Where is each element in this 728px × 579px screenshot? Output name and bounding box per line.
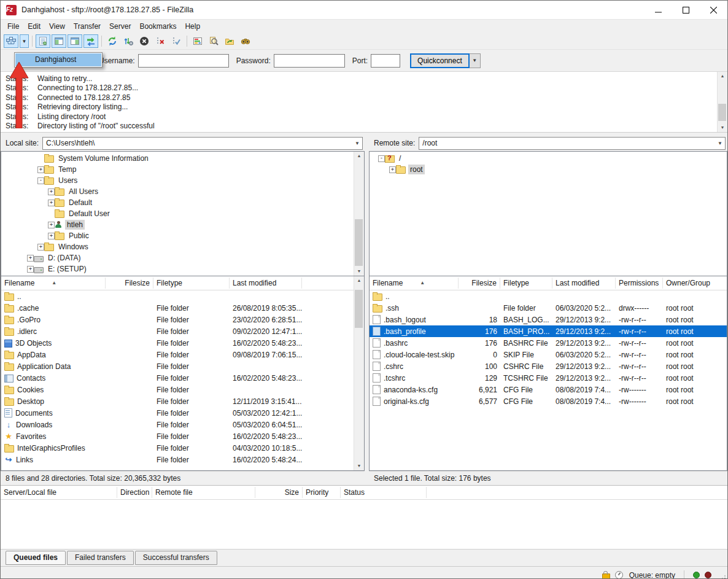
tree-item[interactable]: +Windows <box>1 241 364 252</box>
tree-item[interactable]: +D: (DATA) <box>1 252 364 263</box>
site-manager-button[interactable] <box>4 34 18 48</box>
menu-item-help[interactable]: Help <box>180 21 204 32</box>
tree-item[interactable]: +E: (SETUP) <box>1 263 364 274</box>
cancel-button[interactable] <box>137 34 152 48</box>
quickconnect-button[interactable]: Quickconnect <box>410 53 470 68</box>
log-scrollbar[interactable]: ▲ ▼ <box>717 72 727 132</box>
queue-column-size[interactable]: Size <box>255 487 303 498</box>
scrollbar-thumb[interactable] <box>355 219 363 266</box>
scroll-up-icon[interactable]: ▲ <box>354 276 364 285</box>
filter-button[interactable] <box>190 34 205 48</box>
resize-grip[interactable] <box>719 575 726 579</box>
menu-item-edit[interactable]: Edit <box>23 21 45 32</box>
expand-plus-icon[interactable]: + <box>37 244 44 251</box>
expand-plus-icon[interactable]: + <box>37 166 44 173</box>
local-path-combobox[interactable]: C:\Users\htleh\ ▼ <box>42 137 363 150</box>
column-header-filetype[interactable]: Filetype <box>500 278 552 289</box>
column-header-filename[interactable]: Filename▲ <box>370 278 459 289</box>
chevron-down-icon[interactable]: ▼ <box>355 141 362 146</box>
scroll-down-icon[interactable]: ▼ <box>354 462 364 470</box>
remote-path-combobox[interactable]: /root ▼ <box>419 137 726 150</box>
scroll-down-icon[interactable]: ▼ <box>354 267 364 276</box>
scroll-up-icon[interactable]: ▲ <box>718 72 727 80</box>
expand-plus-icon[interactable]: + <box>48 200 55 206</box>
expand-plus-icon[interactable]: + <box>389 166 396 173</box>
file-row[interactable]: anaconda-ks.cfg6,921CFG File08/08/2019 7… <box>370 384 727 395</box>
expand-plus-icon[interactable]: + <box>48 188 55 195</box>
file-row[interactable]: ★FavoritesFile folder16/02/2020 5:48:23.… <box>1 430 364 442</box>
queue-column-status[interactable]: Status <box>341 487 427 498</box>
column-header-permissions[interactable]: Permissions <box>616 278 663 289</box>
menu-item-transfer[interactable]: Transfer <box>69 21 105 32</box>
tree-item[interactable]: +All Users <box>1 186 364 197</box>
scroll-up-icon[interactable]: ▲ <box>354 152 364 160</box>
close-button[interactable] <box>700 1 727 19</box>
column-header-filetype[interactable]: Filetype <box>153 278 230 289</box>
tree-item[interactable]: +root <box>370 164 727 175</box>
queue-column-remote-file[interactable]: Remote file <box>152 487 255 498</box>
collapse-minus-icon[interactable]: - <box>37 177 44 184</box>
toggle-queue-button[interactable] <box>83 34 98 48</box>
file-row[interactable]: AppDataFile folder09/08/2019 7:06:15... <box>1 349 364 360</box>
minimize-button[interactable] <box>645 1 672 19</box>
toggle-local-tree-button[interactable] <box>52 34 66 48</box>
file-row[interactable]: CookiesFile folder <box>1 384 364 395</box>
file-row[interactable]: IntelGraphicsProfilesFile folder04/03/20… <box>1 442 364 454</box>
tree-item[interactable]: -/ <box>370 153 727 164</box>
password-input[interactable] <box>274 54 345 68</box>
file-row[interactable]: .bash_profile176BASH_PRO...29/12/2013 9:… <box>370 325 727 337</box>
column-header-filename[interactable]: Filename▲ <box>1 278 106 289</box>
file-row[interactable]: .sshFile folder06/03/2020 5:2...drwx----… <box>370 302 727 314</box>
file-row[interactable]: .GoProFile folder23/02/2020 6:28:51... <box>1 314 364 325</box>
tree-item[interactable]: +Public <box>1 230 364 241</box>
local-list-scrollbar[interactable]: ▲ ▼ <box>354 276 364 470</box>
vertical-splitter[interactable] <box>365 135 369 471</box>
file-row[interactable]: DesktopFile folder12/11/2019 3:15:41... <box>1 395 364 407</box>
local-tree-scrollbar[interactable]: ▲ ▼ <box>354 152 364 276</box>
synchronized-browsing-button[interactable] <box>222 34 237 48</box>
file-row[interactable]: ContactsFile folder16/02/2020 5:48:23... <box>1 372 364 384</box>
file-row[interactable]: DocumentsFile folder05/03/2020 12:42:1..… <box>1 407 364 419</box>
find-files-button[interactable] <box>238 34 253 48</box>
queue-column-direction[interactable]: Direction <box>117 487 152 498</box>
file-row[interactable]: .bash_logout18BASH_LOG...29/12/2013 9:2.… <box>370 314 727 325</box>
file-row[interactable]: 3D ObjectsFile folder16/02/2020 5:48:23.… <box>1 337 364 349</box>
disconnect-button[interactable] <box>153 34 168 48</box>
refresh-button[interactable] <box>105 34 120 48</box>
reconnect-button[interactable] <box>169 34 184 48</box>
file-row[interactable]: ↓DownloadsFile folder05/03/2020 6:04:51.… <box>1 419 364 430</box>
queue-column-server-local-file[interactable]: Server/Local file <box>1 487 117 498</box>
tree-item[interactable]: -Users <box>1 175 364 186</box>
toggle-remote-tree-button[interactable] <box>68 34 82 48</box>
expand-plus-icon[interactable]: + <box>27 266 34 273</box>
file-row[interactable]: .bashrc176BASHRC File29/12/2013 9:2...-r… <box>370 337 727 349</box>
file-row[interactable]: ↪LinksFile folder16/02/2020 5:48:24... <box>1 454 364 465</box>
collapse-minus-icon[interactable]: - <box>378 155 385 162</box>
column-header-last-modified[interactable]: Last modified <box>230 278 302 289</box>
menu-item-view[interactable]: View <box>45 21 69 32</box>
file-row[interactable]: .. <box>370 290 727 302</box>
file-row[interactable]: .tcshrc129TCSHRC File29/12/2013 9:2...-r… <box>370 372 727 384</box>
username-input[interactable] <box>138 54 229 68</box>
quickconnect-dropdown-button[interactable]: ▼ <box>470 53 481 68</box>
file-row[interactable]: .cacheFile folder26/08/2019 8:05:35... <box>1 302 364 314</box>
tab-successful-transfers[interactable]: Successful transfers <box>135 551 217 565</box>
file-row[interactable]: .cshrc100CSHRC File29/12/2013 9:2...-rw-… <box>370 360 727 372</box>
menu-item-server[interactable]: Server <box>105 21 135 32</box>
menu-item-bookmarks[interactable]: Bookmarks <box>135 21 180 32</box>
toggle-log-button[interactable] <box>36 34 50 48</box>
column-header-filesize[interactable]: Filesize <box>106 278 153 289</box>
scroll-down-icon[interactable]: ▼ <box>718 123 727 132</box>
file-row[interactable]: original-ks.cfg6,577CFG File08/08/2019 7… <box>370 395 727 407</box>
tree-item[interactable]: Default User <box>1 208 364 219</box>
file-row[interactable]: .. <box>1 290 364 302</box>
column-header-filesize[interactable]: Filesize <box>459 278 500 289</box>
file-row[interactable]: Application DataFile folder <box>1 360 364 372</box>
speed-limit-gauge-icon[interactable] <box>615 571 623 579</box>
tab-queued-files[interactable]: Queued files <box>6 551 66 565</box>
process-queue-button[interactable] <box>121 34 136 48</box>
scrollbar-thumb[interactable] <box>718 104 726 121</box>
expand-plus-icon[interactable]: + <box>48 233 55 239</box>
chevron-down-icon[interactable]: ▼ <box>718 141 725 146</box>
port-input[interactable] <box>371 54 400 68</box>
